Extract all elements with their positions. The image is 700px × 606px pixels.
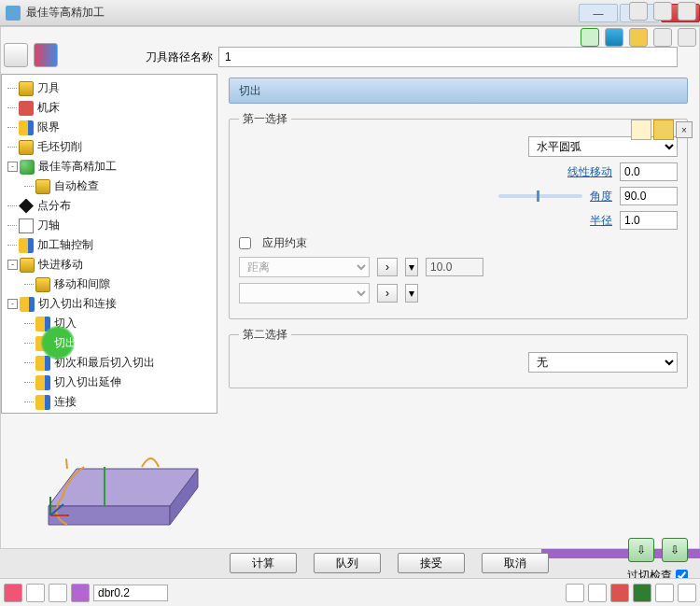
tree-item-icon: [20, 297, 35, 312]
calculate-button[interactable]: 计算: [230, 553, 297, 573]
tree-item-label: 加工轴控制: [37, 237, 93, 253]
apply-constraint-checkbox[interactable]: [239, 237, 251, 249]
bottom-icon-8[interactable]: [633, 584, 651, 602]
tree-item-icon: [19, 120, 34, 135]
linear-move-input[interactable]: [620, 162, 678, 181]
nav-tree[interactable]: 刀具机床限界毛坯切削-最佳等高精加工自动检查点分布刀轴加工轴控制-快进移动移动和…: [1, 74, 217, 414]
toolbar-preferences-icon[interactable]: [653, 2, 672, 21]
tree-item-icon: [35, 375, 50, 390]
constraint-op2-stepper[interactable]: ›: [377, 284, 398, 303]
constraint-op1-stepper[interactable]: ›: [377, 258, 398, 276]
tree-item-icon: [19, 199, 34, 214]
bottom-icon-10[interactable]: [678, 584, 696, 602]
tree-item-label: 自动检查: [54, 178, 99, 194]
tree-item-label: 快进移动: [38, 257, 83, 273]
tree-item[interactable]: 刀具: [4, 78, 215, 98]
tree-item-label: 毛坯切削: [37, 139, 82, 155]
bottom-icon-4[interactable]: [71, 584, 90, 602]
tree-item[interactable]: -切入切出和连接: [4, 294, 215, 314]
tree-item-icon: [19, 218, 34, 233]
group-second-choice-legend: 第二选择: [239, 327, 291, 343]
group-first-choice: 第一选择 水平圆弧 线性移动 角度 半径 应用约束: [229, 111, 688, 319]
radius-label[interactable]: 半径: [590, 213, 612, 229]
linear-move-label[interactable]: 线性移动: [567, 164, 612, 180]
tree-item[interactable]: 限界: [4, 118, 215, 137]
apply-constraint-label: 应用约束: [262, 235, 307, 251]
window-minimize-button[interactable]: —: [579, 4, 618, 22]
tree-item[interactable]: 点分布: [4, 412, 215, 414]
tree-item-label: 点分布: [37, 198, 71, 214]
tree-item-label: 机床: [37, 100, 60, 116]
tree-item-label: 切出: [54, 335, 77, 351]
cancel-button[interactable]: 取消: [482, 553, 549, 573]
tree-expander-icon[interactable]: -: [7, 162, 18, 172]
toolbar-box-icon[interactable]: [678, 2, 696, 21]
tree-item[interactable]: 切入切出延伸: [4, 373, 215, 392]
tree-expander-icon[interactable]: -: [7, 299, 18, 309]
group-second-choice: 第二选择 无: [229, 327, 688, 388]
tree-item[interactable]: -最佳等高精加工: [4, 157, 215, 176]
tree-item-icon: [35, 277, 50, 292]
tree-item[interactable]: 切出: [4, 333, 215, 353]
toolpath-name-label: 刀具路径名称: [146, 49, 213, 65]
tree-item[interactable]: 点分布: [4, 196, 215, 216]
queue-button[interactable]: 队列: [314, 553, 381, 573]
copy-from-left-button[interactable]: ⇩: [628, 538, 654, 562]
tree-item[interactable]: 初次和最后切入切出: [4, 353, 215, 373]
constraint-op2-step-down[interactable]: ▾: [405, 284, 418, 303]
bottom-icon-5[interactable]: [566, 584, 584, 602]
bottom-toolbar: [0, 578, 700, 606]
tree-item-icon: [20, 258, 35, 273]
tree-item[interactable]: 加工轴控制: [4, 235, 215, 255]
tree-item-label: 刀具: [37, 80, 60, 96]
bottom-icon-3[interactable]: [49, 584, 67, 602]
dialog-title: 最佳等高精加工: [26, 5, 105, 21]
tree-item[interactable]: 毛坯切削: [4, 137, 215, 157]
header-icon-2[interactable]: [34, 43, 58, 67]
tree-item[interactable]: 切入: [4, 314, 215, 333]
view-tab-close[interactable]: ×: [676, 121, 693, 138]
bottom-icon-2[interactable]: [26, 584, 45, 602]
tree-item-label: 切入切出延伸: [54, 374, 121, 390]
tree-item[interactable]: 机床: [4, 98, 215, 118]
bottom-icon-1[interactable]: [4, 584, 22, 602]
tree-item-label: 刀轴: [37, 218, 60, 233]
tree-item[interactable]: 刀轴: [4, 216, 215, 235]
angle-label[interactable]: 角度: [590, 189, 612, 204]
view-tab-1[interactable]: [631, 120, 651, 140]
panel-header: 切出: [229, 78, 688, 104]
second-type-select[interactable]: 无: [528, 352, 678, 373]
constraint-type2-select: [239, 283, 370, 303]
tree-item-label: 初次和最后切入切出: [54, 355, 155, 371]
view-tab-2[interactable]: [653, 120, 674, 140]
tree-expander-icon[interactable]: -: [7, 260, 18, 270]
tree-item[interactable]: 移动和间隙: [4, 275, 215, 294]
toolbar-calculator-icon[interactable]: [629, 2, 648, 21]
group-first-choice-legend: 第一选择: [239, 111, 291, 127]
tree-item-label: 限界: [37, 120, 60, 135]
angle-input[interactable]: [620, 187, 678, 205]
bottom-icon-6[interactable]: [588, 584, 607, 602]
constraint-type-select: 距离: [239, 257, 370, 277]
constraint-op1-step-down[interactable]: ▾: [405, 258, 418, 276]
tree-item[interactable]: 连接: [4, 392, 215, 412]
bottom-zoom-field[interactable]: [93, 585, 168, 601]
tree-item-icon: [19, 81, 34, 96]
tree-item-label: 切入切出和连接: [38, 296, 117, 312]
tree-item-label: 连接: [54, 394, 77, 410]
angle-slider[interactable]: [498, 194, 582, 198]
tree-item[interactable]: 自动检查: [4, 176, 215, 196]
tree-item-icon: [35, 356, 50, 371]
copy-to-right-button[interactable]: ⇩: [662, 538, 688, 562]
tree-item[interactable]: -快进移动: [4, 255, 215, 275]
bottom-icon-9[interactable]: [655, 584, 674, 602]
accept-button[interactable]: 接受: [398, 553, 465, 573]
preview-thumbnail: [11, 422, 217, 538]
tree-item-label: 最佳等高精加工: [38, 159, 117, 175]
bottom-icon-7[interactable]: [610, 584, 629, 602]
tree-item-icon: [35, 395, 50, 410]
tree-item-icon: [20, 160, 35, 175]
radius-input[interactable]: [620, 211, 678, 230]
tree-item-icon: [19, 101, 34, 116]
header-icon-1[interactable]: [4, 43, 28, 67]
